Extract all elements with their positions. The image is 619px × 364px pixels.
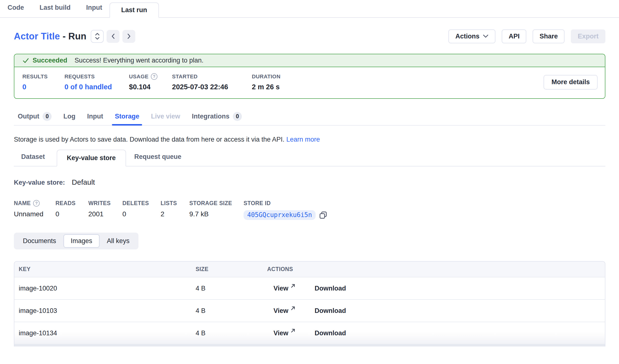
previous-run-button[interactable] xyxy=(107,30,119,43)
view-button[interactable]: View xyxy=(273,307,296,315)
tab-output[interactable]: Output 0 xyxy=(18,108,52,125)
tab-code[interactable]: Code xyxy=(8,4,24,17)
stat-duration-value: 2 m 26 s xyxy=(252,83,281,91)
stat-results: RESULTS 0 xyxy=(22,73,64,91)
integrations-count-badge: 0 xyxy=(233,112,242,121)
store-stat-name: NAME ? Unnamed xyxy=(14,200,56,220)
store-stat-name-value: Unnamed xyxy=(14,210,56,218)
stat-usage-value: $0.104 xyxy=(129,83,172,91)
tab-input-run[interactable]: Input xyxy=(87,108,103,125)
row-key: image-10103 xyxy=(14,307,196,315)
storage-description: Storage is used by Actors to save data. … xyxy=(14,136,605,143)
stat-requests: REQUESTS 0 of 0 handled xyxy=(64,73,129,91)
view-button[interactable]: View xyxy=(273,285,296,292)
tab-output-label: Output xyxy=(18,113,39,120)
store-name-line: Key-value store: Default xyxy=(14,178,605,186)
store-stat-writes: WRITES 2001 xyxy=(88,200,122,220)
api-button[interactable]: API xyxy=(502,29,526,43)
chevron-down-icon xyxy=(483,34,489,38)
store-stat-lists-value: 2 xyxy=(161,210,189,218)
tab-key-value-store[interactable]: Key-value store xyxy=(57,150,126,167)
store-stat-store-id: STORE ID 405GQcuprxeku6i5n xyxy=(244,200,327,220)
chevron-right-icon xyxy=(126,33,132,39)
stat-started: STARTED 2025-07-03 22:46 xyxy=(172,73,252,91)
run-status-card: Succeeded Success! Everything went accor… xyxy=(14,54,605,99)
status-banner: Succeeded Success! Everything went accor… xyxy=(14,54,605,67)
tab-integrations[interactable]: Integrations 0 xyxy=(192,108,242,125)
chevron-left-icon xyxy=(111,33,116,39)
store-stat-writes-label: WRITES xyxy=(88,200,122,207)
store-stat-deletes-label: DELETES xyxy=(122,200,161,207)
download-button[interactable]: Download xyxy=(315,285,346,292)
run-tab-bar: Output 0 Log Input Storage Live view Int… xyxy=(14,108,605,126)
keys-table: KEY SIZE ACTIONS image-10020 4 B View xyxy=(14,261,605,347)
stat-requests-value[interactable]: 0 of 0 handled xyxy=(64,83,129,91)
external-link-icon xyxy=(290,283,296,289)
share-button[interactable]: Share xyxy=(533,29,564,43)
table-next-row-edge xyxy=(14,344,605,347)
stat-usage: USAGE ? $0.104 xyxy=(129,73,172,91)
store-stat-reads: READS 0 xyxy=(56,200,88,220)
more-details-button[interactable]: More details xyxy=(544,75,598,90)
tab-integrations-label: Integrations xyxy=(192,113,230,120)
tab-last-build[interactable]: Last build xyxy=(40,4,71,17)
usage-help-icon[interactable]: ? xyxy=(151,73,157,80)
download-button[interactable]: Download xyxy=(315,307,346,315)
tab-log[interactable]: Log xyxy=(63,108,75,125)
stat-results-value[interactable]: 0 xyxy=(22,83,64,91)
storage-description-text: Storage is used by Actors to save data. … xyxy=(14,136,284,143)
table-row: image-10020 4 B View Download xyxy=(14,277,605,299)
store-stat-lists-label: LISTS xyxy=(161,200,189,207)
export-button: Export xyxy=(571,29,605,43)
stat-started-label: STARTED xyxy=(172,73,252,80)
store-stat-name-label: NAME xyxy=(14,200,31,207)
stat-usage-label: USAGE xyxy=(129,73,148,80)
row-key: image-10020 xyxy=(14,285,196,292)
column-header-size: SIZE xyxy=(196,266,267,273)
store-stats-row: NAME ? Unnamed READS 0 WRITES 2001 DELET… xyxy=(14,200,605,220)
next-run-button[interactable] xyxy=(122,30,135,43)
learn-more-link[interactable]: Learn more xyxy=(286,136,320,143)
filter-images[interactable]: Images xyxy=(64,234,100,248)
run-selector-button[interactable] xyxy=(91,30,104,43)
store-stat-writes-value: 2001 xyxy=(88,210,122,218)
tab-live-view: Live view xyxy=(151,108,180,125)
status-label: Succeeded xyxy=(33,57,67,64)
column-header-actions: ACTIONS xyxy=(267,266,605,273)
store-stat-storage-size-value: 9.7 kB xyxy=(189,210,244,218)
external-link-icon xyxy=(290,306,296,311)
download-button[interactable]: Download xyxy=(315,329,346,337)
filter-documents[interactable]: Documents xyxy=(15,234,64,248)
run-nav-buttons xyxy=(91,30,135,43)
column-header-key: KEY xyxy=(14,266,196,273)
copy-store-id-button[interactable] xyxy=(319,211,327,219)
table-header-row: KEY SIZE ACTIONS xyxy=(14,262,605,277)
store-stat-reads-label: READS xyxy=(56,200,88,207)
up-down-chevron-icon xyxy=(94,33,100,40)
name-help-icon[interactable]: ? xyxy=(33,200,40,207)
row-size: 4 B xyxy=(196,285,267,292)
tab-input[interactable]: Input xyxy=(86,4,102,17)
output-count-badge: 0 xyxy=(42,112,52,121)
stat-duration-label: DURATION xyxy=(252,73,281,80)
actor-title-link[interactable]: Actor Title xyxy=(14,31,60,41)
actions-dropdown-button[interactable]: Actions xyxy=(449,29,495,43)
storage-tab-bar: Dataset Key-value store Request queue xyxy=(14,149,605,167)
row-size: 4 B xyxy=(196,307,267,315)
stat-results-label: RESULTS xyxy=(22,73,64,80)
table-row: image-10103 4 B View Download xyxy=(14,299,605,322)
tab-last-run[interactable]: Last run xyxy=(110,2,159,18)
header-action-buttons: Actions API Share Export xyxy=(449,29,605,43)
run-suffix-text: - Run xyxy=(63,31,86,41)
key-filter-segmented-control: Documents Images All keys xyxy=(14,233,139,249)
tab-request-queue[interactable]: Request queue xyxy=(134,153,182,166)
store-id-pill[interactable]: 405GQcuprxeku6i5n xyxy=(244,210,316,220)
stat-duration: DURATION 2 m 26 s xyxy=(252,73,281,91)
filter-all-keys[interactable]: All keys xyxy=(99,234,137,248)
view-button[interactable]: View xyxy=(273,329,296,337)
tab-storage[interactable]: Storage xyxy=(115,108,140,125)
copy-icon xyxy=(319,211,327,219)
tab-dataset[interactable]: Dataset xyxy=(21,153,45,166)
check-icon xyxy=(22,57,29,64)
store-stat-storage-size-label: STORAGE SIZE xyxy=(189,200,244,207)
